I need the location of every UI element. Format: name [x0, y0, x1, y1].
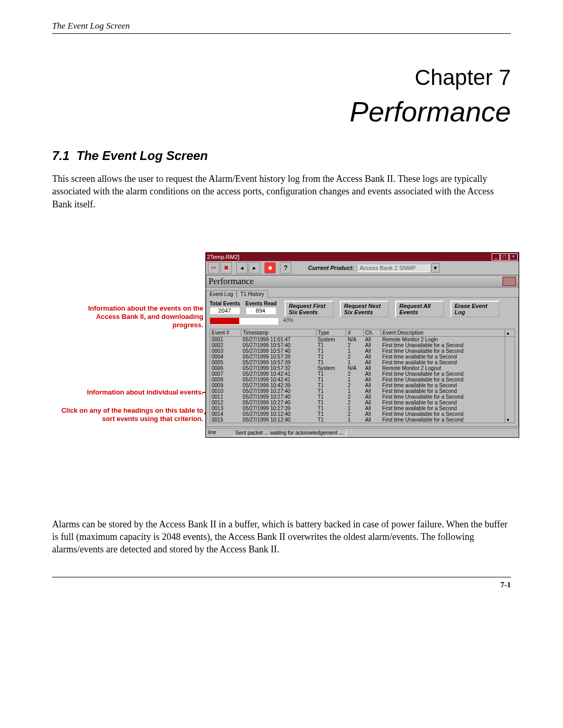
toolbar-help-icon[interactable]: ? — [280, 262, 291, 274]
table-cell: All — [363, 360, 381, 365]
progress-bar: 43% — [210, 317, 278, 325]
table-cell: 2 — [346, 411, 363, 417]
chapter-label: Chapter 7 — [52, 65, 511, 90]
toolbar-delete-icon[interactable]: ✖ — [221, 262, 232, 274]
close-icon[interactable]: × — [509, 253, 518, 261]
table-cell: All — [363, 371, 381, 377]
total-events-value: 2047 — [210, 307, 240, 314]
table-cell: 0001 — [210, 336, 241, 342]
col-channel[interactable]: Ch. — [363, 329, 381, 336]
col-event-num[interactable]: Event # — [210, 329, 241, 336]
table-cell: 0015 — [210, 417, 241, 423]
table-row[interactable]: 001405/27/1999 10:12:40T12AllFirst time … — [210, 411, 515, 417]
col-description[interactable]: Event Description — [381, 329, 505, 336]
scrollbar-track — [505, 336, 515, 342]
tab-t1-history[interactable]: T1 History — [237, 290, 268, 298]
tab-strip: Event LogT1 History — [206, 290, 519, 297]
request-first-six-button[interactable]: Request First Six Events — [285, 301, 334, 317]
table-row[interactable]: 000705/27/1999 10:42:41T12AllFirst time … — [210, 371, 515, 377]
table-row[interactable]: 000305/27/1999 10:57:40T11AllFirst time … — [210, 348, 515, 354]
table-cell: 0005 — [210, 360, 241, 365]
request-all-button[interactable]: Request All Events — [395, 301, 444, 317]
chapter-title: Performance — [52, 95, 511, 128]
window-title: 2Temp.RM2] — [207, 254, 491, 260]
table-cell: All — [363, 348, 381, 354]
status-bar: line Sent packet ... waiting for acknowl… — [206, 428, 519, 437]
table-row[interactable]: 000605/27/1999 10:57:32SystemN/AAllRemot… — [210, 365, 515, 371]
table-cell: All — [363, 405, 381, 411]
toolbar-next-icon[interactable]: ▸ — [249, 262, 260, 274]
table-cell: 05/27/1999 10:57:39 — [241, 354, 316, 360]
table-row[interactable]: 001305/27/1999 10:27:39T11AllFirst time … — [210, 405, 515, 411]
table-row[interactable]: 000405/27/1999 10:57:39T12AllFirst time … — [210, 354, 515, 360]
table-cell: All — [363, 417, 381, 423]
toolbar-prev-icon[interactable]: ◂ — [236, 262, 248, 274]
table-row[interactable]: 000105/27/1999 11:01:47SystemN/AAllRemot… — [210, 336, 515, 342]
tab-event-log[interactable]: Event Log — [206, 290, 237, 298]
table-row[interactable]: 000505/27/1999 10:57:39T11AllFirst time … — [210, 360, 515, 365]
titlebar: 2Temp.RM2] _ □ × — [206, 253, 519, 261]
table-row[interactable]: 001005/27/1999 10:27:40T11AllFirst time … — [210, 388, 515, 394]
table-cell: T1 — [316, 342, 346, 348]
event-table-header-row: Event # Timestamp Type # Ch. Event Descr… — [210, 329, 515, 336]
table-cell: T1 — [316, 411, 346, 417]
table-cell: N/A — [346, 365, 363, 371]
table-cell: All — [363, 354, 381, 360]
performance-header: Performance — [206, 275, 519, 288]
table-row[interactable]: 000905/27/1999 10:42:39T12AllFirst time … — [210, 382, 515, 388]
paragraph-intro: This screen allows the user to request t… — [52, 172, 511, 211]
events-read-value: 894 — [246, 307, 276, 314]
table-cell: T1 — [316, 400, 346, 405]
request-next-six-button[interactable]: Request Next Six Events — [340, 301, 389, 317]
table-row[interactable]: 000805/27/1999 10:42:41T11AllFirst time … — [210, 377, 515, 382]
events-read-label: Events Read — [246, 301, 277, 306]
scroll-down-icon[interactable]: ▾ — [505, 417, 515, 423]
erase-log-button[interactable]: Erase Event Log — [450, 301, 499, 317]
dropdown-icon[interactable]: ▾ — [431, 263, 439, 273]
table-cell: 2 — [346, 354, 363, 360]
table-cell: 05/27/1999 10:27:40 — [241, 388, 316, 394]
table-row[interactable]: 001105/27/1999 10:27:40T12AllFirst time … — [210, 394, 515, 400]
table-cell: First time available for a Second — [381, 400, 505, 405]
table-cell: T1 — [316, 348, 346, 354]
toolbar-cut-icon[interactable]: ✂ — [208, 262, 219, 274]
table-cell: 05/27/1999 10:27:40 — [241, 400, 316, 405]
total-events-label: Total Events — [210, 301, 240, 306]
col-hash[interactable]: # — [346, 329, 363, 336]
table-cell: 0013 — [210, 405, 241, 411]
toolbar-stop-icon[interactable]: ■ — [264, 262, 276, 274]
table-cell: 05/27/1999 10:42:41 — [241, 377, 316, 382]
table-cell: T1 — [316, 360, 346, 365]
table-cell: First time available for a Second — [381, 382, 505, 388]
paragraph-alarms: Alarms can be stored by the Access Bank … — [52, 518, 511, 556]
table-cell: 0008 — [210, 377, 241, 382]
scrollbar-track — [505, 354, 515, 360]
scrollbar-track — [505, 348, 515, 354]
table-cell: System — [316, 365, 346, 371]
table-cell: 1 — [346, 360, 363, 365]
col-type[interactable]: Type — [316, 329, 346, 336]
table-cell: First time Unavailable for a Second — [381, 371, 505, 377]
table-cell: 0002 — [210, 342, 241, 348]
table-cell: 0003 — [210, 348, 241, 354]
maximize-icon[interactable]: □ — [500, 253, 509, 261]
table-cell: 0010 — [210, 388, 241, 394]
col-timestamp[interactable]: Timestamp — [241, 329, 316, 336]
scrollbar-track — [505, 377, 515, 382]
table-cell: 1 — [346, 388, 363, 394]
table-cell: 2 — [346, 400, 363, 405]
table-cell: 05/27/1999 10:42:39 — [241, 382, 316, 388]
current-product-field[interactable]: Access Bank 2 SNMP — [357, 264, 430, 272]
status-message: Sent packet ... waiting for acknowledgem… — [232, 429, 347, 436]
minimize-icon[interactable]: _ — [492, 253, 500, 261]
table-row[interactable]: 001205/27/1999 10:27:40T12AllFirst time … — [210, 400, 515, 405]
zoom-icon[interactable] — [503, 277, 516, 286]
figure-event-log: Information about the events on the Acce… — [52, 252, 511, 497]
scrollbar-track — [505, 371, 515, 377]
table-row[interactable]: 000205/27/1999 10:57:40T12AllFirst time … — [210, 342, 515, 348]
scrollbar-track — [505, 400, 515, 405]
table-cell: First time Unavailable for a Second — [381, 342, 505, 348]
scroll-up-icon[interactable]: ▴ — [505, 329, 515, 336]
page-number: 7-1 — [52, 581, 511, 589]
table-row[interactable]: 001505/27/1999 10:12:40T11AllFirst time … — [210, 417, 515, 423]
